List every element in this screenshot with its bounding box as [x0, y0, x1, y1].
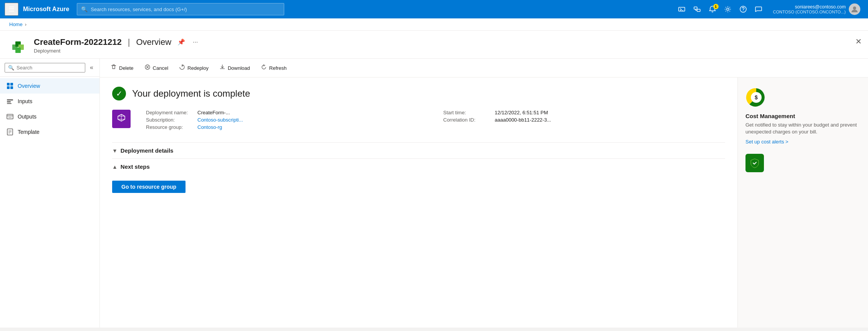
security-icon — [745, 154, 764, 172]
main-layout: 🔍 « Overview — [0, 59, 868, 328]
svg-point-8 — [743, 11, 744, 12]
success-check-icon: ✓ — [112, 87, 126, 100]
set-up-cost-alerts-link[interactable]: Set up cost alerts > — [745, 139, 788, 145]
cost-management-icon: $ — [745, 87, 767, 108]
download-icon — [219, 64, 225, 72]
svg-point-9 — [853, 7, 856, 10]
subscription-label: Subscription: — [146, 117, 196, 123]
sidebar-search-area: 🔍 « — [0, 59, 99, 77]
svg-text:$: $ — [755, 94, 758, 100]
sidebar-item-overview[interactable]: Overview — [0, 78, 99, 94]
user-profile[interactable]: soniarees@contoso.com CONTOSO (CONTOSO.O… — [770, 2, 863, 16]
deployment-resource-icon — [112, 110, 131, 128]
svg-rect-14 — [15, 48, 21, 53]
breadcrumb-separator: › — [25, 21, 27, 27]
outputs-icon — [6, 113, 14, 120]
svg-rect-20 — [7, 101, 11, 102]
svg-rect-15 — [7, 83, 10, 86]
help-button[interactable] — [736, 3, 750, 15]
directory-button[interactable] — [690, 3, 704, 15]
global-search-box[interactable]: 🔍 — [77, 3, 284, 15]
settings-button[interactable] — [721, 3, 735, 15]
resource-group-label: Resource group: — [146, 124, 196, 130]
sidebar-search-box[interactable]: 🔍 — [5, 63, 85, 72]
deployment-details-label: Deployment details — [121, 147, 174, 154]
main-content: ✓ Your deployment is complete — [100, 77, 737, 328]
delete-button[interactable]: Delete — [106, 62, 138, 74]
more-options-icon[interactable]: ··· — [191, 37, 199, 47]
sidebar-search-input[interactable] — [17, 65, 82, 71]
page-resource-type: Deployment — [34, 48, 859, 58]
page-subtitle-label: Overview — [136, 37, 171, 47]
pin-icon[interactable]: 📌 — [176, 37, 187, 47]
top-nav: ☰ Microsoft Azure 🔍 1 soniarees@contoso.… — [0, 0, 868, 18]
cloud-shell-button[interactable] — [675, 3, 689, 15]
cost-management-title: Cost Management — [745, 113, 860, 119]
sidebar-item-inputs-label: Inputs — [18, 98, 32, 104]
sidebar-item-template[interactable]: Template — [0, 124, 99, 140]
sidebar-item-template-label: Template — [18, 129, 40, 135]
avatar — [849, 3, 860, 15]
content-area: ✓ Your deployment is complete — [100, 77, 868, 328]
refresh-icon — [261, 64, 267, 72]
template-icon — [6, 128, 14, 136]
page-separator: | — [128, 37, 130, 47]
deployment-details-toggle[interactable]: ▼ Deployment details — [112, 142, 725, 158]
cancel-button[interactable]: Cancel — [140, 62, 173, 74]
next-steps-label: Next steps — [121, 163, 150, 170]
deployment-complete-header: ✓ Your deployment is complete — [112, 87, 725, 100]
svg-rect-18 — [10, 86, 13, 89]
feedback-button[interactable] — [752, 3, 765, 15]
hamburger-menu-button[interactable]: ☰ — [5, 3, 18, 16]
sidebar-item-outputs-label: Outputs — [18, 114, 36, 120]
inputs-icon — [6, 97, 14, 105]
sidebar-item-inputs[interactable]: Inputs — [0, 94, 99, 109]
app-logo: Microsoft Azure — [23, 6, 69, 13]
sidebar-item-outputs[interactable]: Outputs — [0, 109, 99, 124]
next-steps-toggle[interactable]: ▲ Next steps — [112, 158, 725, 175]
go-to-resource-group-button[interactable]: Go to resource group — [112, 181, 186, 193]
resource-group-link[interactable]: Contoso-rg — [197, 124, 222, 130]
redeploy-button[interactable]: Redeploy — [174, 62, 213, 74]
global-search-input[interactable] — [91, 7, 280, 12]
svg-point-6 — [727, 8, 729, 10]
sidebar-item-overview-label: Overview — [18, 83, 40, 89]
notifications-button[interactable]: 1 — [706, 3, 719, 15]
breadcrumb: Home › — [0, 18, 868, 31]
refresh-button[interactable]: Refresh — [256, 62, 292, 74]
sidebar: 🔍 « Overview — [0, 59, 100, 328]
svg-rect-22 — [7, 114, 13, 119]
page-header: CreateForm-20221212 | Overview 📌 ··· Dep… — [0, 31, 868, 59]
next-steps-chevron-up-icon: ▲ — [112, 164, 118, 170]
next-steps-content: Go to resource group — [112, 175, 725, 193]
delete-icon — [111, 64, 117, 72]
download-button[interactable]: Download — [215, 62, 255, 74]
start-time-label: Start time: — [443, 110, 493, 115]
subscription-link[interactable]: Contoso-subscripti... — [197, 117, 243, 123]
cancel-icon — [144, 64, 151, 72]
breadcrumb-home[interactable]: Home — [9, 21, 23, 27]
user-email: soniarees@contoso.com — [773, 4, 846, 10]
sidebar-collapse-button[interactable]: « — [88, 63, 95, 72]
toolbar: Delete Cancel Redeploy Download — [100, 59, 868, 77]
notification-count: 1 — [713, 4, 719, 9]
svg-rect-2 — [694, 7, 697, 9]
deployment-meta-left: Deployment name: CreateForm-... Subscrip… — [146, 110, 428, 132]
deploy-box-icon — [116, 112, 127, 126]
sidebar-search-icon: 🔍 — [8, 65, 14, 71]
page-title: CreateForm-20221212 — [34, 37, 122, 47]
page-header-title-area: CreateForm-20221212 | Overview 📌 ··· Dep… — [34, 37, 859, 58]
svg-rect-19 — [7, 99, 13, 100]
cost-management-section: $ Cost Management Get notified to stay w… — [745, 87, 860, 145]
close-button[interactable]: ✕ — [855, 37, 862, 46]
cost-management-description: Get notified to stay within your budget … — [745, 122, 860, 135]
resource-icon — [9, 38, 28, 57]
deployment-name-label: Deployment name: — [146, 110, 196, 115]
deployment-details-chevron-down-icon: ▼ — [112, 148, 118, 154]
svg-rect-17 — [7, 86, 10, 89]
overview-icon — [6, 82, 14, 90]
deployment-name-value: CreateForm-... — [197, 110, 230, 115]
security-section — [745, 154, 860, 172]
deployment-complete-title: Your deployment is complete — [132, 88, 250, 99]
deployment-info: Deployment name: CreateForm-... Subscrip… — [112, 110, 725, 132]
